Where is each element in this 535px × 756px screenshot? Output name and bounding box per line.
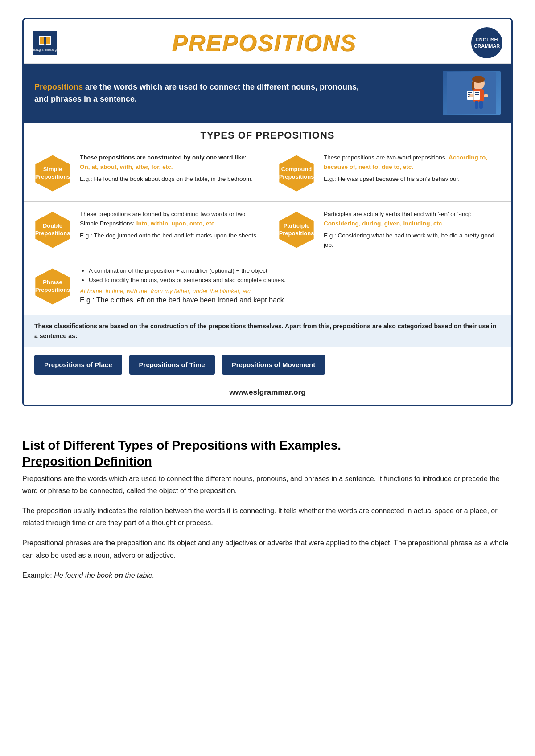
simple-prepositions-cell: SimplePrepositions These prepositions ar… bbox=[24, 145, 268, 202]
participle-hex: ParticiplePrepositions bbox=[276, 210, 317, 250]
logo-area: ESLgrammar.org bbox=[33, 31, 57, 55]
phrase-examples: At home, in time, with me, from my fathe… bbox=[80, 288, 502, 294]
phrase-example: E.g.: The clothes left on the bed have b… bbox=[80, 296, 502, 304]
example-label: Example: bbox=[22, 572, 54, 579]
cat-btn-movement[interactable]: Prepositions of Movement bbox=[222, 355, 325, 375]
simple-hex-label: SimplePrepositions bbox=[35, 166, 70, 181]
types-heading: TYPES OF PREPOSITIONS bbox=[24, 123, 511, 145]
bottom-note-text: These classifications are based on the c… bbox=[34, 321, 501, 341]
participle-content: Participles are actually verbs that end … bbox=[324, 210, 502, 250]
intro-highlight: Prepositions bbox=[34, 82, 83, 91]
svg-rect-1 bbox=[40, 37, 45, 44]
intro-image bbox=[443, 71, 501, 115]
phrase-bullet1: A combination of the preposition + a mod… bbox=[89, 266, 502, 276]
svg-rect-19 bbox=[479, 101, 483, 109]
compound-content: These prepositions are two-word preposit… bbox=[324, 153, 502, 184]
cat-btn-time[interactable]: Prepositions of Time bbox=[129, 355, 215, 375]
participle-hex-label: ParticiplePrepositions bbox=[279, 222, 314, 237]
article-para1: Prepositions are the words which are use… bbox=[22, 473, 513, 497]
simple-hex: SimplePrepositions bbox=[33, 153, 73, 193]
double-content: These prepositions are formed by combini… bbox=[80, 210, 258, 241]
category-buttons-row: Prepositions of Place Prepositions of Ti… bbox=[24, 347, 511, 382]
phrase-hex: PhrasePrepositions bbox=[33, 266, 73, 306]
phrase-bullet2: Used to modify the nouns, verbs or sente… bbox=[89, 276, 502, 285]
participle-prepositions-cell: ParticiplePrepositions Participles are a… bbox=[268, 202, 511, 258]
svg-rect-7 bbox=[472, 81, 474, 90]
article-para3: Prepositional phrases are the prepositio… bbox=[22, 537, 513, 561]
double-hex: DoublePrepositions bbox=[33, 210, 73, 250]
svg-rect-15 bbox=[475, 94, 479, 95]
article-example: Example: He found the book on the table. bbox=[22, 569, 513, 581]
svg-rect-2 bbox=[45, 37, 50, 44]
svg-rect-11 bbox=[468, 92, 472, 93]
bottom-note: These classifications are based on the c… bbox=[24, 315, 511, 347]
logo-text: ESLgrammar.org bbox=[33, 48, 57, 51]
website-url: www.eslgrammar.org bbox=[24, 382, 511, 405]
article-heading: List of Different Types of Prepositions … bbox=[22, 437, 513, 470]
compound-hex-label: CompoundPrepositions bbox=[279, 166, 314, 181]
article-heading-line1: List of Different Types of Prepositions … bbox=[22, 438, 341, 452]
double-hex-label: DoublePrepositions bbox=[35, 222, 70, 237]
article-heading-line2: Preposition Definition bbox=[22, 454, 152, 468]
simple-content: These prepositions are constructed by on… bbox=[80, 153, 258, 184]
grammar-badge: ENGLISH GRAMMAR bbox=[471, 27, 502, 58]
phrase-hex-label: PhrasePrepositions bbox=[35, 279, 70, 294]
intro-body: are the words which are used to connect … bbox=[34, 82, 359, 103]
double-prepositions-cell: DoublePrepositions These prepositions ar… bbox=[24, 202, 268, 258]
svg-rect-18 bbox=[475, 101, 478, 109]
infographic-card: ESLgrammar.org PREPOSITIONS ENGLISH GRAM… bbox=[22, 18, 513, 406]
infographic-header: ESLgrammar.org PREPOSITIONS ENGLISH GRAM… bbox=[24, 19, 511, 64]
svg-rect-3 bbox=[44, 37, 46, 45]
example-text-pre: He found the book bbox=[54, 572, 114, 579]
example-text-end: the table. bbox=[123, 572, 154, 579]
article-para2: The preposition usually indicates the re… bbox=[22, 505, 513, 529]
prep-grid: SimplePrepositions These prepositions ar… bbox=[24, 145, 511, 258]
main-title: PREPOSITIONS bbox=[172, 29, 356, 56]
article-section: List of Different Types of Prepositions … bbox=[0, 424, 535, 607]
example-bold-word: on bbox=[114, 572, 123, 579]
phrase-prepositions-row: PhrasePrepositions A combination of the … bbox=[24, 258, 511, 315]
svg-rect-14 bbox=[475, 92, 479, 93]
article-body: Prepositions are the words which are use… bbox=[22, 473, 513, 581]
compound-hex: CompoundPrepositions bbox=[276, 153, 317, 193]
logo-box: ESLgrammar.org bbox=[33, 31, 57, 55]
intro-section: Prepositions are the words which are use… bbox=[24, 64, 511, 123]
phrase-content: A combination of the preposition + a mod… bbox=[80, 266, 502, 304]
intro-text: Prepositions are the words which are use… bbox=[34, 81, 361, 105]
cat-btn-place[interactable]: Prepositions of Place bbox=[34, 355, 122, 375]
svg-rect-16 bbox=[469, 94, 474, 97]
svg-rect-17 bbox=[484, 94, 488, 97]
compound-prepositions-cell: CompoundPrepositions These prepositions … bbox=[268, 145, 511, 202]
